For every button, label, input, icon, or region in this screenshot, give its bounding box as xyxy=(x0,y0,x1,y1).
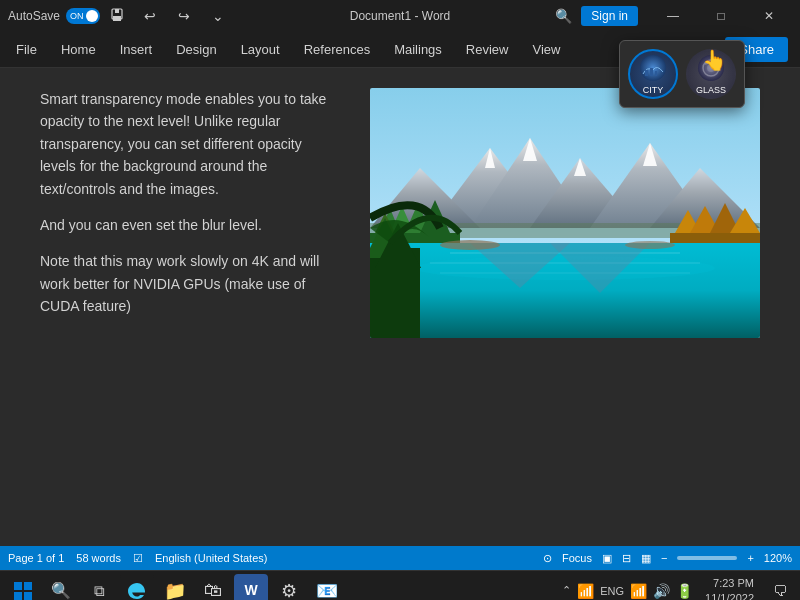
minimize-button[interactable]: — xyxy=(650,0,696,32)
taskbar: 🔍 ⧉ 📁 🛍 W ⚙ 📧 ⌃ 📶 ENG 📶 🔊 🔋 7:23 PM 11/1… xyxy=(0,570,800,600)
task-view-button[interactable]: ⧉ xyxy=(82,574,116,601)
more-button[interactable]: ⌄ xyxy=(204,2,232,30)
statusbar-right: ⊙ Focus ▣ ⊟ ▦ − + 120% xyxy=(543,552,792,565)
document-image xyxy=(370,88,760,338)
theme-city-option[interactable]: CITY xyxy=(628,49,678,99)
autosave-label: AutoSave xyxy=(8,9,60,23)
word-count[interactable]: 58 words xyxy=(76,552,121,564)
svg-point-9 xyxy=(707,64,715,72)
microsoft-store-button[interactable]: 🛍 xyxy=(196,574,230,601)
menu-view[interactable]: View xyxy=(520,38,572,61)
redo-button[interactable]: ↪ xyxy=(170,2,198,30)
maximize-button[interactable]: □ xyxy=(698,0,744,32)
svg-rect-1 xyxy=(115,9,119,13)
language[interactable]: English (United States) xyxy=(155,552,268,564)
theme-glass-option[interactable]: GLASS xyxy=(686,49,736,99)
toggle-on-text: ON xyxy=(70,11,84,21)
clock-time: 7:23 PM xyxy=(705,576,754,590)
titlebar-left: AutoSave ON ↩ ↪ ⌄ xyxy=(8,2,232,30)
document-area: Smart transparency mode enables you to t… xyxy=(0,68,800,546)
menu-design[interactable]: Design xyxy=(164,38,228,61)
paragraph-3: Note that this may work slowly on 4K and… xyxy=(40,250,340,317)
layout-view3[interactable]: ▦ xyxy=(641,552,651,565)
notification-button[interactable]: 🗨 xyxy=(766,577,794,601)
zoom-level[interactable]: 120% xyxy=(764,552,792,564)
svg-rect-48 xyxy=(24,592,32,600)
svg-rect-46 xyxy=(24,582,32,590)
titlebar-actions: 🔍 Sign in — □ ✕ xyxy=(549,0,792,32)
proofing-icon[interactable]: ☑ xyxy=(133,552,143,565)
glass-label: GLASS xyxy=(696,85,726,95)
search-button[interactable]: 🔍 xyxy=(549,2,577,30)
zoom-slider[interactable] xyxy=(677,556,737,560)
toggle-knob xyxy=(86,10,98,22)
taskbar-right: ⌃ 📶 ENG 📶 🔊 🔋 7:23 PM 11/1/2022 🗨 xyxy=(562,574,794,600)
volume-icon[interactable]: 🔊 xyxy=(653,583,670,599)
edge-browser-button[interactable] xyxy=(120,574,154,601)
outlook-button[interactable]: 📧 xyxy=(310,574,344,601)
svg-rect-4 xyxy=(645,70,648,76)
menu-insert[interactable]: Insert xyxy=(108,38,165,61)
word-taskbar-button[interactable]: W xyxy=(234,574,268,601)
page-info[interactable]: Page 1 of 1 xyxy=(8,552,64,564)
svg-rect-45 xyxy=(14,582,22,590)
windows-start-button[interactable] xyxy=(6,574,40,601)
menu-layout[interactable]: Layout xyxy=(229,38,292,61)
show-hidden-button[interactable]: ⌃ xyxy=(562,584,571,597)
network-icon[interactable]: 📶 xyxy=(577,583,594,599)
search-taskbar-button[interactable]: 🔍 xyxy=(44,574,78,601)
system-tray: ⌃ 📶 ENG 📶 🔊 🔋 xyxy=(562,583,693,599)
zoom-in-icon[interactable]: + xyxy=(747,552,753,564)
statusbar-left: Page 1 of 1 58 words ☑ English (United S… xyxy=(8,552,267,565)
svg-rect-6 xyxy=(655,71,657,76)
battery-icon[interactable]: 🔋 xyxy=(676,583,693,599)
theme-switcher: CITY GLASS xyxy=(619,40,745,108)
layout-view2[interactable]: ⊟ xyxy=(622,552,631,565)
save-icon[interactable] xyxy=(106,4,130,28)
zoom-out-icon[interactable]: − xyxy=(661,552,667,564)
menu-home[interactable]: Home xyxy=(49,38,108,61)
wifi-icon[interactable]: 📶 xyxy=(630,583,647,599)
menu-mailings[interactable]: Mailings xyxy=(382,38,454,61)
svg-point-44 xyxy=(625,241,675,249)
layout-view1[interactable]: ▣ xyxy=(602,552,612,565)
clock-date: 11/1/2022 xyxy=(705,591,754,601)
paragraph-2: And you can even set the blur level. xyxy=(40,214,340,236)
clock-button[interactable]: 7:23 PM 11/1/2022 xyxy=(699,574,760,600)
taskbar-left: 🔍 ⧉ 📁 🛍 W ⚙ 📧 xyxy=(6,574,344,601)
document-text: Smart transparency mode enables you to t… xyxy=(40,88,340,526)
menu-file[interactable]: File xyxy=(4,38,49,61)
menu-items: File Home Insert Design Layout Reference… xyxy=(4,38,572,61)
paragraph-1: Smart transparency mode enables you to t… xyxy=(40,88,340,200)
file-explorer-button[interactable]: 📁 xyxy=(158,574,192,601)
city-label: CITY xyxy=(643,85,664,95)
menu-references[interactable]: References xyxy=(292,38,382,61)
settings-taskbar-button[interactable]: ⚙ xyxy=(272,574,306,601)
svg-point-43 xyxy=(440,240,500,250)
close-button[interactable]: ✕ xyxy=(746,0,792,32)
titlebar: AutoSave ON ↩ ↪ ⌄ Document1 - Word 🔍 Sig… xyxy=(0,0,800,32)
focus-icon[interactable]: ⊙ xyxy=(543,552,552,565)
eng-label[interactable]: ENG xyxy=(600,585,624,597)
statusbar: Page 1 of 1 58 words ☑ English (United S… xyxy=(0,546,800,570)
svg-point-34 xyxy=(415,256,715,280)
svg-rect-5 xyxy=(650,68,653,76)
signin-button[interactable]: Sign in xyxy=(581,6,638,26)
focus-label[interactable]: Focus xyxy=(562,552,592,564)
svg-rect-2 xyxy=(113,16,121,21)
svg-rect-47 xyxy=(14,592,22,600)
menu-review[interactable]: Review xyxy=(454,38,521,61)
document-title: Document1 - Word xyxy=(350,9,450,23)
autosave-toggle[interactable]: ON xyxy=(66,8,100,24)
undo-button[interactable]: ↩ xyxy=(136,2,164,30)
window-controls: — □ ✕ xyxy=(650,0,792,32)
